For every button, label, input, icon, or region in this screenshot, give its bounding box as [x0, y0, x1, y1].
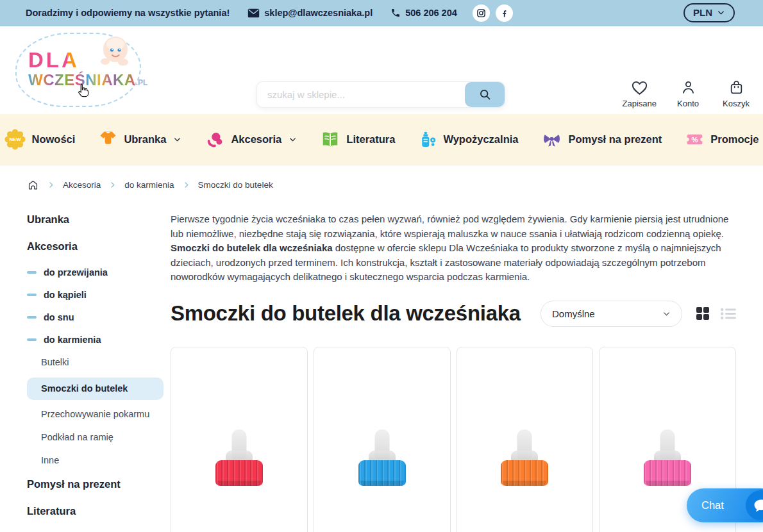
promo-ticket-icon: %: [685, 130, 704, 149]
saved-label: Zapisane: [623, 99, 657, 108]
category-sidebar: Ubranka Akcesoria do przewijania do kąpi…: [27, 203, 164, 532]
breadcrumb-chevron-icon: [47, 181, 55, 188]
dash-bullet-icon: [27, 271, 37, 274]
top-info-bar: Doradzimy i odpowiemy na wszystkie pytan…: [0, 0, 763, 26]
new-badge-icon: NEW: [4, 129, 26, 150]
nav-item-nowości[interactable]: NEW Nowości: [4, 129, 76, 150]
chevron-down-icon: [173, 135, 181, 144]
breadcrumb-chevron-icon: [109, 181, 116, 188]
cart-button[interactable]: Koszyk: [719, 79, 753, 108]
product-grid: [171, 347, 736, 532]
bottle-nipple-image: [356, 429, 408, 490]
saved-button[interactable]: Zapisane: [623, 79, 657, 108]
gift-bow-icon: [542, 130, 562, 149]
main-navigation: NEW Nowości Ubranka Akcesoria Literatura…: [0, 114, 763, 165]
dash-bullet-icon: [27, 294, 37, 296]
bottle-nipple-image: [642, 429, 693, 490]
breadcrumb-chevron-icon: [47, 181, 55, 188]
sidebar-item[interactable]: Akcesoria: [27, 240, 164, 253]
view-toggles: [696, 306, 736, 320]
chat-button[interactable]: Chat: [687, 488, 763, 522]
nav-item-pomysł-na-prezent[interactable]: Pomysł na prezent: [542, 130, 662, 149]
logo-suffix: .PL: [136, 78, 148, 87]
bottle-nipple-image: [499, 429, 550, 490]
sidebar-item[interactable]: Butelki: [27, 357, 164, 367]
breadcrumb-chevron-icon: [183, 181, 190, 188]
list-controls: Domyślne: [541, 301, 736, 327]
sidebar-item[interactable]: do snu: [27, 312, 164, 322]
bodysuit-icon: [99, 130, 117, 149]
content-area: Ubranka Akcesoria do przewijania do kąpi…: [0, 203, 763, 532]
page-title: Smoczki do butelek dla wcześniaka: [171, 301, 521, 326]
sidebar-item[interactable]: do kąpieli: [27, 290, 164, 300]
svg-text:NEW: NEW: [9, 137, 21, 142]
product-card[interactable]: [314, 347, 451, 532]
nav-item-literatura[interactable]: Literatura: [321, 130, 395, 149]
category-description: Pierwsze tygodnie życia wcześniaka to cz…: [171, 212, 736, 285]
chevron-down-icon: [662, 310, 671, 318]
main-panel: Pierwsze tygodnie życia wcześniaka to cz…: [164, 203, 736, 532]
sidebar-item[interactable]: Smoczki do butelek: [27, 378, 164, 400]
product-card[interactable]: [171, 347, 308, 532]
breadcrumb-chevron-icon: [183, 181, 190, 188]
sidebar-item[interactable]: Inne: [27, 455, 164, 465]
phone-link[interactable]: 506 206 204: [390, 8, 457, 18]
cart-label: Koszyk: [723, 99, 750, 108]
list-view-button[interactable]: [721, 308, 736, 320]
intro-text: Pierwsze tygodnie życia wcześniaka to cz…: [171, 213, 728, 239]
sort-dropdown[interactable]: Domyślne: [541, 301, 682, 327]
search-button[interactable]: [465, 82, 505, 107]
book-icon: [321, 130, 340, 149]
logo-line1: DLA: [28, 49, 147, 72]
breadcrumb-chevron-icon: [109, 181, 116, 188]
chevron-down-icon: [289, 135, 297, 144]
sidebar-item[interactable]: do przewijania: [27, 267, 164, 278]
nav-item-akcesoria[interactable]: Akcesoria: [205, 130, 297, 149]
product-card[interactable]: [457, 347, 594, 532]
account-button[interactable]: Konto: [671, 79, 705, 108]
dash-bullet-icon: [27, 316, 37, 319]
sidebar-item[interactable]: Przechowywanie pokarmu: [27, 409, 164, 419]
nav-item-wypożyczalnia[interactable]: Wypożyczalnia: [419, 130, 518, 149]
sidebar-item[interactable]: Pomysł na prezent: [27, 478, 164, 490]
breadcrumb-item[interactable]: Smoczki do butelek: [198, 180, 273, 190]
pacifier-icon: [205, 130, 224, 149]
email-link[interactable]: sklep@dlawczesniaka.pl: [247, 8, 373, 18]
sidebar-item[interactable]: do karmienia: [27, 335, 164, 345]
topbar-message: Doradzimy i odpowiemy na wszystkie pytan…: [26, 8, 230, 18]
email-text: sklep@dlawczesniaka.pl: [264, 8, 373, 18]
chevron-down-icon: [717, 8, 725, 17]
instagram-button[interactable]: [473, 4, 490, 22]
currency-selector[interactable]: PLN: [683, 3, 735, 22]
dash-bullet-icon: [27, 338, 37, 341]
social-links: [473, 4, 513, 22]
sidebar-item[interactable]: Ubranka: [27, 213, 164, 226]
intro-bold-text: Smoczki do butelek dla wcześniaka: [171, 242, 333, 253]
breadcrumb-item[interactable]: Akcesoria: [63, 180, 101, 190]
breadcrumb-item[interactable]: do karmienia: [124, 180, 174, 190]
header-actions: Zapisane Konto Koszyk: [623, 79, 753, 108]
facebook-button[interactable]: [496, 4, 513, 22]
email-icon: [247, 8, 260, 18]
currency-value: PLN: [693, 7, 712, 18]
bottle-icon: [419, 130, 437, 149]
breadcrumb: Akcesoria do karmienia Smoczki do butele…: [0, 165, 763, 203]
title-row: Smoczki do butelek dla wcześniaka Domyśl…: [171, 301, 736, 327]
account-label: Konto: [677, 99, 699, 108]
chat-label: Chat: [701, 499, 724, 511]
site-logo[interactable]: DLA WCZEŚNIAKA.PL: [15, 33, 141, 107]
logo-line2: WCZEŚNIAKA: [28, 71, 136, 88]
nav-item-promocje[interactable]: % Promocje: [685, 130, 759, 149]
user-icon: [680, 79, 696, 96]
shopping-bag-icon: [728, 79, 744, 96]
search-input[interactable]: [257, 82, 465, 107]
heart-icon: [631, 79, 648, 96]
breadcrumb-home[interactable]: [27, 179, 39, 191]
nav-item-ubranka[interactable]: Ubranka: [99, 130, 181, 149]
phone-text: 506 206 204: [405, 8, 457, 18]
bottle-nipple-image: [214, 429, 265, 490]
sidebar-item[interactable]: Podkład na ramię: [27, 432, 164, 442]
grid-view-button[interactable]: [696, 306, 710, 320]
phone-icon: [390, 8, 401, 18]
sidebar-item[interactable]: Literatura: [27, 505, 164, 517]
